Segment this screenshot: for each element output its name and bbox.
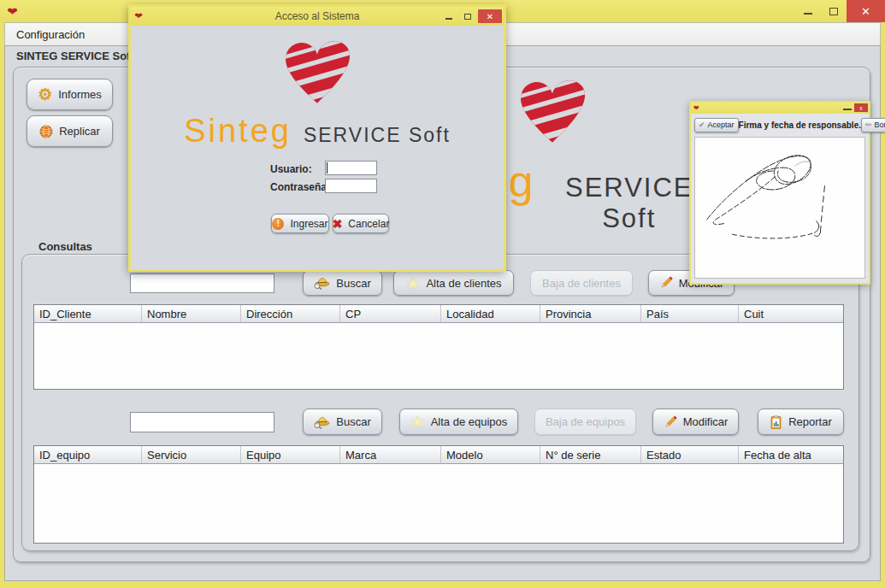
col-pais[interactable]: País bbox=[641, 305, 739, 322]
aceptar-firma-button[interactable]: ✔ Aceptar bbox=[694, 118, 739, 132]
buscar-equipos-button[interactable]: Buscar bbox=[303, 409, 382, 435]
search-hat-icon bbox=[314, 276, 330, 290]
equipment-table: ID_equipo Servicio Equipo Marca Modelo N… bbox=[33, 445, 844, 544]
login-dialog-titlebar[interactable]: ❤ Acceso al Sistema ✕ bbox=[131, 7, 504, 26]
pencil-icon bbox=[664, 415, 677, 429]
signature-drawing bbox=[695, 138, 864, 278]
star-icon: ★ bbox=[410, 414, 425, 430]
alta-clientes-button[interactable]: ★ Alta de clientes bbox=[393, 270, 514, 296]
login-dialog-logo: Sinteg SERVICE Soft bbox=[131, 31, 504, 150]
menu-configuracion[interactable]: Configuración bbox=[5, 28, 96, 41]
signature-toolbar: ✔ Aceptar Firma y fecha de responsable. … bbox=[691, 114, 869, 136]
buscar-clientes-button[interactable]: Buscar bbox=[303, 270, 382, 296]
app-logo-icon: ❤ bbox=[7, 6, 18, 17]
consultas-label: Consultas bbox=[38, 240, 92, 253]
equipment-table-header: ID_equipo Servicio Equipo Marca Modelo N… bbox=[34, 446, 843, 464]
informes-label: Informes bbox=[58, 88, 102, 101]
col-provincia[interactable]: Provincia bbox=[540, 305, 641, 322]
cancelar-button[interactable]: ✖ Cancelar bbox=[333, 214, 389, 233]
logo-name-text: Sinteg bbox=[184, 113, 292, 150]
aceptar-label: Aceptar bbox=[708, 121, 735, 129]
col-nombre[interactable]: Nombre bbox=[142, 305, 241, 322]
desktop: ❤ ✕ Configuración SINTEG SERVICE Soft ⚙ … bbox=[0, 0, 885, 588]
dialog-minimize-button[interactable] bbox=[440, 9, 457, 23]
col-equipo[interactable]: Equipo bbox=[241, 446, 340, 463]
client-search-input[interactable] bbox=[130, 273, 274, 293]
borrar-firma-button[interactable]: ✏ Borrar bbox=[861, 118, 885, 132]
usuario-label: Usuario: bbox=[270, 163, 312, 175]
signature-minimize-button[interactable] bbox=[843, 109, 852, 110]
col-cuit[interactable]: Cuit bbox=[739, 305, 842, 322]
globe-icon bbox=[39, 125, 53, 138]
ingresar-label: Ingresar bbox=[290, 218, 327, 230]
check-icon: ✔ bbox=[699, 121, 705, 129]
star-icon: ★ bbox=[405, 275, 420, 291]
pencil-icon bbox=[659, 276, 673, 290]
col-cp[interactable]: CP bbox=[340, 305, 441, 322]
signature-titlebar[interactable]: ❤ x bbox=[691, 103, 869, 114]
maximize-button[interactable] bbox=[821, 0, 847, 22]
clients-table-body[interactable] bbox=[34, 323, 843, 389]
equipment-table-body[interactable] bbox=[34, 464, 843, 543]
baja-clientes-label: Baja de clientes bbox=[542, 277, 621, 290]
reportar-button[interactable]: Reportar bbox=[758, 409, 844, 435]
orange-circle-icon: ! bbox=[272, 218, 284, 230]
contrasena-input[interactable] bbox=[325, 179, 377, 193]
signature-canvas[interactable] bbox=[694, 137, 865, 279]
minimize-button[interactable] bbox=[795, 0, 821, 22]
ingresar-button[interactable]: ! Ingresar bbox=[271, 214, 329, 233]
usuario-input[interactable] bbox=[325, 161, 377, 175]
heart-logo-icon bbox=[273, 31, 362, 109]
col-direccion[interactable]: Dirección bbox=[241, 305, 340, 322]
replicar-label: Replicar bbox=[59, 125, 100, 138]
modificar-equipo-button[interactable]: Modificar bbox=[652, 409, 739, 435]
informes-button[interactable]: ⚙ Informes bbox=[27, 79, 113, 110]
app-logo-icon: ❤ bbox=[693, 105, 699, 112]
gear-icon: ⚙ bbox=[38, 86, 52, 103]
baja-equipos-label: Baja de equipos bbox=[546, 415, 625, 428]
eraser-icon: ✏ bbox=[865, 121, 872, 129]
col-fecha-alta[interactable]: Fecha de alta bbox=[739, 446, 842, 463]
clients-table: ID_Cliente Nombre Dirección CP Localidad… bbox=[33, 304, 844, 390]
buscar-equipos-label: Buscar bbox=[336, 415, 370, 428]
signature-title: Firma y fecha de responsable. bbox=[739, 121, 861, 130]
col-estado[interactable]: Estado bbox=[641, 446, 739, 463]
col-marca[interactable]: Marca bbox=[340, 446, 441, 463]
signature-close-button[interactable]: x bbox=[854, 103, 868, 112]
text-caret bbox=[327, 162, 327, 173]
logo-suffix-text: SERVICE Soft bbox=[304, 124, 451, 147]
report-clipboard-icon bbox=[770, 415, 782, 429]
replicar-button[interactable]: Replicar bbox=[27, 115, 113, 147]
cancelar-label: Cancelar bbox=[348, 218, 389, 230]
modificar-equipo-label: Modificar bbox=[683, 415, 729, 428]
clients-table-header: ID_Cliente Nombre Dirección CP Localidad… bbox=[34, 305, 843, 323]
close-button[interactable]: ✕ bbox=[847, 0, 885, 22]
dialog-maximize-button[interactable] bbox=[459, 9, 476, 23]
alta-clientes-label: Alta de clientes bbox=[426, 277, 501, 290]
tab-sinteg-service-soft[interactable]: SINTEG SERVICE Soft bbox=[16, 50, 134, 62]
search-hat-icon bbox=[314, 415, 330, 429]
equipment-search-input[interactable] bbox=[130, 412, 274, 432]
col-id-equipo[interactable]: ID_equipo bbox=[34, 446, 142, 463]
red-x-icon: ✖ bbox=[333, 218, 343, 230]
col-localidad[interactable]: Localidad bbox=[441, 305, 540, 322]
col-modelo[interactable]: Modelo bbox=[441, 446, 540, 463]
alta-equipos-label: Alta de equipos bbox=[431, 415, 508, 428]
baja-equipos-button[interactable]: Baja de equipos bbox=[534, 409, 636, 435]
col-num-serie[interactable]: N° de serie bbox=[540, 446, 641, 463]
col-id-cliente[interactable]: ID_Cliente bbox=[34, 305, 142, 322]
login-dialog: ❤ Acceso al Sistema ✕ bbox=[128, 4, 506, 272]
alta-equipos-button[interactable]: ★ Alta de equipos bbox=[399, 409, 518, 435]
contrasena-label: Contraseña: bbox=[270, 181, 330, 193]
signature-window: ❤ x ✔ Aceptar Firma y fecha de responsab… bbox=[689, 101, 870, 285]
reportar-label: Reportar bbox=[788, 415, 832, 428]
buscar-clientes-label: Buscar bbox=[336, 277, 370, 290]
baja-clientes-button[interactable]: Baja de clientes bbox=[530, 270, 633, 296]
borrar-label: Borrar bbox=[875, 121, 885, 129]
dialog-close-button[interactable]: ✕ bbox=[478, 9, 502, 23]
col-servicio[interactable]: Servicio bbox=[142, 446, 241, 463]
